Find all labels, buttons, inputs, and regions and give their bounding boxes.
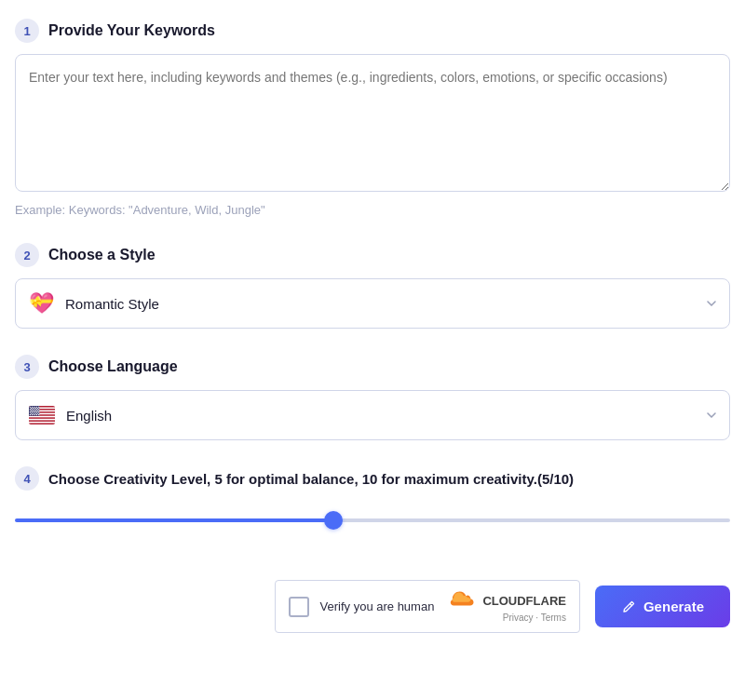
svg-point-33 [35, 412, 36, 413]
cloudflare-label: Verify you are human [320, 599, 435, 613]
svg-point-21 [38, 409, 39, 410]
step2-title: Choose a Style [48, 247, 156, 263]
svg-point-34 [37, 412, 38, 413]
svg-point-27 [32, 411, 33, 412]
svg-point-10 [34, 407, 34, 408]
cloudflare-brand: CLOUDFLARE Privacy · Terms [445, 590, 566, 623]
step4-section: 4 Choose Creativity Level, 5 for optimal… [15, 466, 730, 533]
svg-point-8 [30, 407, 31, 408]
step4-header: 4 Choose Creativity Level, 5 for optimal… [15, 466, 730, 491]
svg-point-13 [31, 408, 32, 409]
generate-edit-icon [621, 599, 636, 614]
svg-point-28 [34, 411, 34, 412]
keywords-example: Example: Keywords: "Adventure, Wild, Jun… [15, 203, 730, 217]
style-icon: 💝 [29, 293, 54, 314]
svg-point-26 [30, 411, 31, 412]
svg-point-37 [34, 414, 34, 415]
step2-header: 2 Choose a Style [15, 243, 730, 267]
cloudflare-text: CLOUDFLARE [482, 594, 566, 608]
svg-point-20 [36, 409, 37, 410]
slider-container [15, 502, 730, 533]
creativity-slider[interactable] [15, 518, 730, 522]
cloudflare-checkbox[interactable] [289, 597, 309, 617]
step2-badge: 2 [15, 243, 39, 267]
step4-title: Choose Creativity Level, 5 for optimal b… [48, 471, 574, 487]
style-value: Romantic Style [65, 296, 707, 312]
svg-point-22 [31, 411, 32, 411]
svg-point-32 [33, 412, 34, 413]
svg-point-35 [30, 414, 31, 415]
step2-section: 2 Choose a Style 💝 Romantic Style [15, 243, 730, 329]
step1-section: 1 Provide Your Keywords Example: Keyword… [15, 19, 730, 217]
svg-point-11 [36, 407, 37, 408]
generate-label: Generate [643, 599, 704, 614]
terms-link: Terms [541, 612, 566, 623]
language-chevron-icon [707, 412, 716, 418]
step1-badge: 1 [15, 19, 39, 43]
svg-point-38 [36, 414, 37, 415]
generate-button[interactable]: Generate [595, 586, 730, 627]
cloudflare-logo: CLOUDFLARE [445, 590, 566, 611]
style-chevron-icon [707, 301, 716, 306]
privacy-link: Privacy [503, 612, 534, 623]
svg-rect-6 [29, 422, 55, 424]
svg-rect-4 [29, 416, 55, 418]
svg-point-18 [32, 409, 33, 410]
us-flag-icon [29, 406, 55, 424]
step1-title: Provide Your Keywords [48, 22, 215, 39]
cloudflare-widget: Verify you are human CLOUDFLARE Privacy … [275, 580, 580, 633]
svg-point-12 [38, 407, 39, 408]
step3-section: 3 Choose Language [15, 355, 730, 440]
step3-title: Choose Language [48, 358, 178, 375]
language-select[interactable]: English [15, 390, 730, 440]
svg-point-17 [30, 409, 31, 410]
bottom-area: Verify you are human CLOUDFLARE Privacy … [15, 571, 730, 633]
svg-point-15 [35, 408, 36, 409]
svg-point-24 [35, 411, 36, 411]
keywords-textarea[interactable] [15, 54, 730, 192]
step3-badge: 3 [15, 355, 39, 379]
step1-header: 1 Provide Your Keywords [15, 19, 730, 43]
svg-point-29 [36, 411, 37, 412]
style-select[interactable]: 💝 Romantic Style [15, 278, 730, 329]
svg-point-14 [33, 408, 34, 409]
language-value: English [66, 408, 707, 424]
svg-point-36 [32, 414, 33, 415]
svg-point-23 [33, 411, 34, 411]
step3-header: 3 Choose Language [15, 355, 730, 379]
svg-point-25 [37, 411, 38, 411]
svg-point-19 [34, 409, 34, 410]
cloudflare-cloud-icon [445, 590, 479, 611]
svg-point-16 [37, 408, 38, 409]
svg-point-30 [38, 411, 39, 412]
svg-rect-5 [29, 419, 55, 421]
svg-point-9 [32, 407, 33, 408]
svg-point-31 [31, 412, 32, 413]
cloudflare-links: Privacy · Terms [503, 612, 566, 623]
svg-point-39 [38, 414, 39, 415]
step4-badge: 4 [15, 466, 39, 491]
